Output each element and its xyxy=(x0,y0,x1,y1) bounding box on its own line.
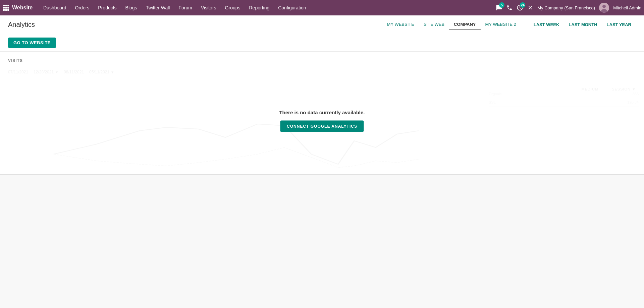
svg-rect-3 xyxy=(3,7,5,9)
nav-item-reporting[interactable]: Reporting xyxy=(245,3,274,12)
tab-site-web[interactable]: SITE WEB xyxy=(419,20,449,29)
svg-rect-1 xyxy=(5,5,7,6)
messages-icon[interactable]: 5 xyxy=(496,4,502,11)
action-bar: GO TO WEBSITE xyxy=(0,34,644,52)
close-icon[interactable] xyxy=(527,5,533,11)
time-tabs: LAST WEEK LAST MONTH LAST YEAR xyxy=(529,20,636,29)
nav-item-configuration[interactable]: Configuration xyxy=(274,3,310,12)
no-data-overlay: There is no data currently available. CO… xyxy=(279,110,365,132)
tab-last-year[interactable]: LAST YEAR xyxy=(602,20,636,29)
chart-bottom-line xyxy=(0,174,644,175)
nav-item-dashboard[interactable]: Dashboard xyxy=(39,3,70,12)
nav-right: 5 24 My Company (San Francisco) xyxy=(496,3,641,13)
tab-my-website-2[interactable]: MY WEBSITE 2 xyxy=(481,20,521,29)
apps-icon[interactable] xyxy=(3,4,9,11)
tab-last-month[interactable]: LAST MONTH xyxy=(564,20,602,29)
svg-rect-7 xyxy=(5,9,7,11)
phone-icon[interactable] xyxy=(506,5,513,11)
top-nav: Website Dashboard Orders Products Blogs … xyxy=(0,0,644,15)
connect-google-analytics-button[interactable]: CONNECT GOOGLE ANALYTICS xyxy=(280,121,364,132)
visits-header: VISITS xyxy=(0,52,644,67)
chart-area: 07/11/2021 12/28/2021 ▼ 08/11/2021 05/11… xyxy=(0,67,644,174)
svg-rect-2 xyxy=(7,5,9,6)
tab-company[interactable]: COMPANY xyxy=(449,20,480,29)
chart-overlay-wrapper: 07/11/2021 12/28/2021 ▼ 08/11/2021 05/11… xyxy=(0,67,644,175)
avatar[interactable] xyxy=(599,3,609,13)
svg-rect-5 xyxy=(7,7,9,9)
clock-badge: 24 xyxy=(520,2,525,8)
no-data-text: There is no data currently available. xyxy=(279,110,365,115)
main-content: VISITS 07/11/2021 12/28/2021 ▼ 08/11/202… xyxy=(0,52,644,302)
nav-menu: Dashboard Orders Products Blogs Twitter … xyxy=(39,3,496,12)
nav-item-blogs[interactable]: Blogs xyxy=(121,3,141,12)
svg-rect-0 xyxy=(3,5,5,6)
nav-item-products[interactable]: Products xyxy=(94,3,120,12)
secondary-bar: Analytics MY WEBSITE SITE WEB COMPANY MY… xyxy=(0,15,644,34)
nav-item-forum[interactable]: Forum xyxy=(174,3,196,12)
nav-item-groups[interactable]: Groups xyxy=(221,3,245,12)
bottom-area xyxy=(0,175,644,302)
clock-icon[interactable]: 24 xyxy=(517,4,523,11)
nav-item-orders[interactable]: Orders xyxy=(71,3,94,12)
user-name[interactable]: Mitchell Admin xyxy=(613,5,641,10)
svg-rect-6 xyxy=(3,9,5,11)
svg-rect-4 xyxy=(5,7,7,9)
go-to-website-button[interactable]: GO TO WEBSITE xyxy=(8,38,56,48)
nav-item-twitter-wall[interactable]: Twitter Wall xyxy=(142,3,174,12)
svg-rect-8 xyxy=(7,9,9,11)
website-tabs: MY WEBSITE SITE WEB COMPANY MY WEBSITE 2 xyxy=(382,20,521,29)
nav-item-visitors[interactable]: Visitors xyxy=(197,3,220,12)
tab-my-website[interactable]: MY WEBSITE xyxy=(382,20,419,29)
company-selector[interactable]: My Company (San Francisco) xyxy=(537,5,595,10)
messages-badge: 5 xyxy=(499,2,504,8)
visits-section: VISITS 07/11/2021 12/28/2021 ▼ 08/11/202… xyxy=(0,52,644,175)
svg-point-10 xyxy=(602,5,606,8)
app-brand[interactable]: Website xyxy=(12,5,33,11)
page-title: Analytics xyxy=(8,21,35,28)
tab-last-week[interactable]: LAST WEEK xyxy=(529,20,564,29)
